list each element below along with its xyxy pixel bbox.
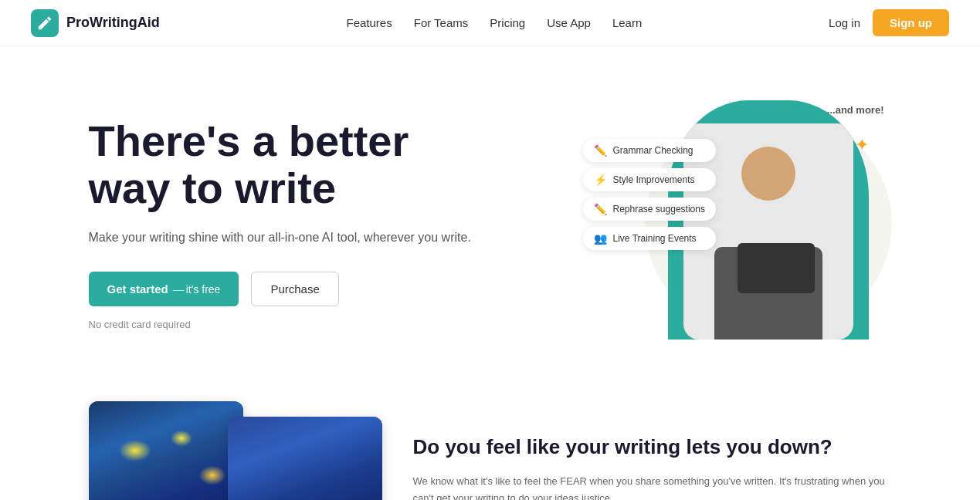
pencil-icon: ✏️ [594,144,607,157]
get-started-button[interactable]: Get started — it's free [89,272,239,306]
pill-style: ⚡ Style Improvements [583,168,716,191]
section2: My idea in my head Do you feel like your… [27,386,954,500]
feature-pills: ✏️ Grammar Checking ⚡ Style Improvements… [583,139,716,250]
pill-training: 👥 Live Training Events [583,227,716,250]
person-laptop [738,243,815,293]
nav-item-learn[interactable]: Learn [612,16,642,30]
people-icon: 👥 [594,232,607,245]
hero-section: There's a better way to write Make your … [27,46,954,386]
nav-item-features[interactable]: Features [347,16,392,30]
logo-text: ProWritingAid [66,15,160,31]
hero-title: There's a better way to write [89,117,471,212]
logo-icon [31,9,59,37]
section2-images: My idea in my head [89,401,367,500]
and-more-label: ...and more! [827,104,884,116]
nav-item-teams[interactable]: For Teams [414,16,469,30]
starry-night-image-2 [228,417,382,500]
sparkle-icon: ✦ [855,135,869,155]
purchase-button[interactable]: Purchase [251,272,338,306]
starry-night-image [89,401,243,500]
section2-text: Do you feel like your writing lets you d… [413,434,892,500]
pencil2-icon: ✏️ [594,203,607,215]
section2-description: We know what it's like to feel the FEAR … [413,473,892,500]
hero-visual: ...and more! ✦ ✏️ Grammar Checking ⚡ Sty… [599,93,892,355]
person-body [714,247,822,340]
hero-actions: Get started — it's free Purchase [89,272,471,306]
nav-links: Features For Teams Pricing Use App Learn [347,16,643,30]
logo[interactable]: ProWritingAid [31,9,160,37]
login-button[interactable]: Log in [829,16,860,29]
nav-actions: Log in Sign up [829,9,949,36]
pill-rephrase: ✏️ Rephrase suggestions [583,198,716,221]
nav-item-useapp[interactable]: Use App [547,16,591,30]
lightning-icon: ⚡ [594,174,607,186]
hero-content: There's a better way to write Make your … [89,117,471,331]
nav-item-pricing[interactable]: Pricing [490,16,525,30]
hero-subtitle: Make your writing shine with our all-in-… [89,228,471,248]
pill-grammar: ✏️ Grammar Checking [583,139,716,162]
no-cc-text: No credit card required [89,319,471,330]
person-head [741,147,795,201]
logo-svg [36,15,53,32]
image-card-1 [89,401,243,500]
signup-button[interactable]: Sign up [873,9,949,36]
section2-title: Do you feel like your writing lets you d… [413,434,892,461]
image-card-2: My idea in my head [228,417,382,500]
navbar: ProWritingAid Features For Teams Pricing… [0,0,980,46]
